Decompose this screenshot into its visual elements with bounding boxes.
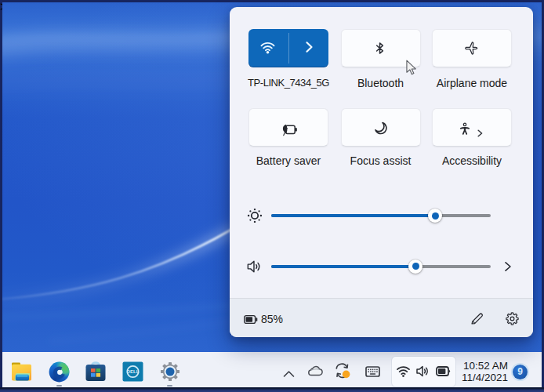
svg-text:DELL: DELL (126, 368, 139, 374)
